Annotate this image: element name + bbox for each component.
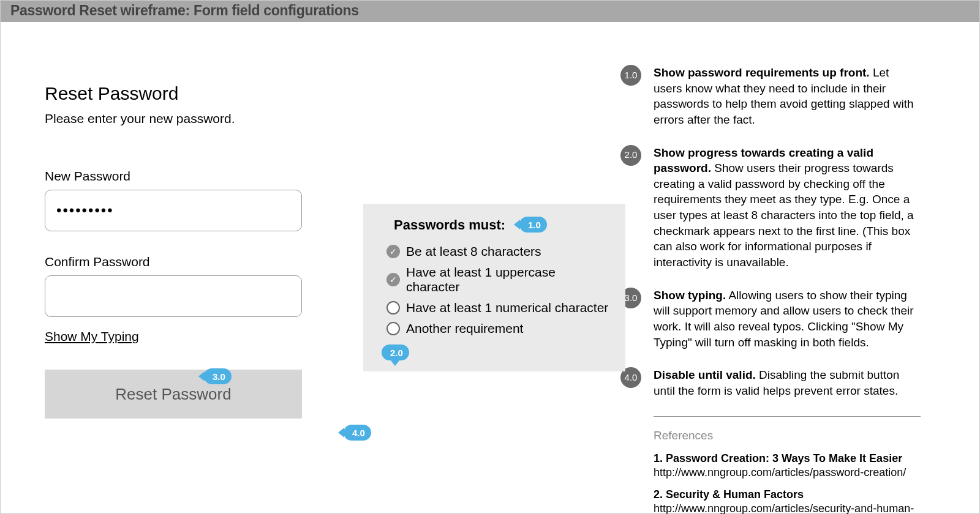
annotation-number-badge: 2.0 — [620, 145, 641, 166]
requirement-item: ✓ Have at least 1 uppercase character — [386, 265, 612, 294]
new-password-input[interactable] — [45, 190, 302, 231]
annotation-item: 1.0 Show password requirements up front.… — [620, 65, 921, 128]
confirm-password-label: Confirm Password — [45, 255, 302, 269]
callout-balloon-1: 1.0 — [519, 217, 547, 233]
reference-item: 2. Security & Human Factors http://www.n… — [654, 488, 921, 514]
show-typing-link[interactable]: Show My Typing — [45, 329, 139, 344]
requirement-item: ✓ Be at least 8 characters — [386, 244, 612, 259]
annotation-text: Show progress towards creating a valid p… — [654, 145, 921, 270]
callout-balloon-3: 3.0 — [204, 368, 232, 384]
annotation-item: 2.0 Show progress towards creating a val… — [620, 145, 921, 270]
requirement-text: Another requirement — [406, 321, 523, 336]
annotations-sidebar: 1.0 Show password requirements up front.… — [620, 47, 921, 514]
requirement-item: Have at least 1 numerical character — [386, 300, 612, 315]
form-heading: Reset Password — [45, 83, 302, 104]
divider — [654, 416, 921, 417]
form-subheading: Please enter your new password. — [45, 111, 302, 126]
reset-password-button[interactable]: Reset Password — [45, 370, 302, 419]
annotation-text: Disable until valid. Disabling the submi… — [654, 367, 921, 398]
callout-balloon-2: 2.0 — [382, 345, 409, 360]
requirement-text: Be at least 8 characters — [406, 244, 541, 259]
annotation-text: Show typing. Allowing users to show thei… — [654, 288, 921, 351]
annotation-item: 3.0 Show typing. Allowing users to show … — [620, 288, 921, 351]
page-title-bar: Password Reset wireframe: Form field con… — [1, 1, 979, 22]
callout-balloon-4: 4.0 — [344, 425, 371, 441]
reference-item: 1. Password Creation: 3 Ways To Make It … — [654, 452, 921, 479]
requirement-text: Have at least 1 numerical character — [406, 300, 608, 315]
new-password-label: New Password — [45, 169, 302, 184]
requirement-item: Another requirement — [386, 321, 612, 336]
annotation-item: 4.0 Disable until valid. Disabling the s… — [620, 367, 921, 398]
requirements-title: Passwords must: — [386, 217, 612, 233]
empty-circle-icon — [386, 322, 400, 335]
annotation-text: Show password requirements up front. Let… — [654, 65, 921, 128]
annotation-number-badge: 1.0 — [620, 65, 641, 86]
checkmark-icon: ✓ — [386, 245, 400, 258]
confirm-password-input[interactable] — [45, 275, 302, 317]
page-title: Password Reset wireframe: Form field con… — [10, 2, 359, 18]
checkmark-icon: ✓ — [386, 273, 400, 286]
empty-circle-icon — [386, 301, 400, 315]
wireframe-area: Reset Password Please enter your new pas… — [45, 47, 596, 514]
references-heading: References — [654, 428, 921, 444]
requirement-text: Have at least 1 uppercase character — [406, 265, 612, 294]
